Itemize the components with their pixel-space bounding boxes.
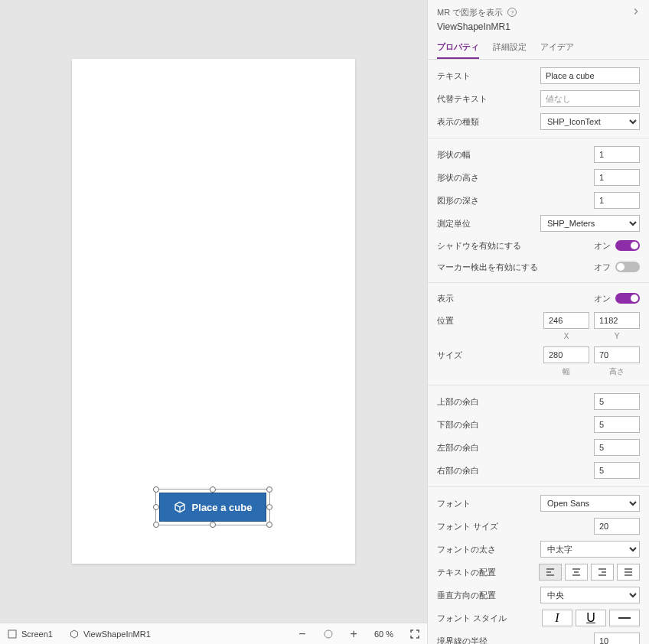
chevron-right-icon[interactable] <box>631 6 641 18</box>
label-valign: 垂直方向の配置 <box>437 590 540 601</box>
zoom-slider[interactable] <box>323 629 334 639</box>
panel-subtitle: MR で図形を表示 <box>437 7 503 18</box>
label-font: フォント <box>437 498 540 509</box>
cube-icon <box>174 501 186 513</box>
select-font-weight[interactable]: 中太字 <box>540 541 640 558</box>
properties-panel: MR で図形を表示 ? ViewShapeInMR1 プロパティ 詳細設定 アイ… <box>427 0 649 644</box>
label-font-style: フォント スタイル <box>437 613 542 624</box>
design-surface[interactable]: Place a cube <box>72 59 355 564</box>
input-pad-left[interactable] <box>594 439 640 456</box>
align-left-button[interactable] <box>539 564 562 581</box>
toggle-visible[interactable] <box>615 293 640 304</box>
label-font-weight: フォントの太さ <box>437 544 540 555</box>
zoom-value: 60 % <box>374 629 393 639</box>
label-shape-depth: 図形の深さ <box>437 195 594 207</box>
input-pad-top[interactable] <box>594 393 640 410</box>
underline-button[interactable]: U <box>576 610 606 626</box>
input-font-size[interactable] <box>594 518 640 535</box>
input-shape-height[interactable] <box>594 169 640 186</box>
tab-ideas[interactable]: アイデア <box>540 37 574 59</box>
label-shape-width: 形状の幅 <box>437 149 594 161</box>
zoom-out-icon[interactable]: − <box>298 627 305 641</box>
label-pad-top: 上部の余白 <box>437 396 594 408</box>
label-alt: 代替テキスト <box>437 93 540 105</box>
label-position: 位置 <box>437 315 543 327</box>
label-shape-height: 形状の高さ <box>437 172 594 184</box>
control-name: ViewShapeInMR1 <box>437 21 641 32</box>
label-pad-right: 右部の余白 <box>437 465 594 476</box>
status-bar: Screen1 ViewShapeInMR1 − + 60 % <box>0 623 427 644</box>
input-alt[interactable] <box>540 90 640 107</box>
toggle-shadow[interactable] <box>615 240 640 251</box>
tab-advanced[interactable]: 詳細設定 <box>493 37 527 59</box>
label-size: サイズ <box>437 350 543 361</box>
label-font-size: フォント サイズ <box>437 521 594 532</box>
input-pos-y[interactable] <box>594 312 640 329</box>
input-size-w[interactable] <box>543 346 589 363</box>
control-label: Place a cube <box>192 502 253 513</box>
select-valign[interactable]: 中央 <box>540 587 640 603</box>
breadcrumb-screen[interactable]: Screen1 <box>8 629 53 639</box>
label-text: テキスト <box>437 70 540 82</box>
label-unit: 測定単位 <box>437 218 540 229</box>
select-display-type[interactable]: SHP_IconText <box>540 113 640 130</box>
select-unit[interactable]: SHP_Meters <box>540 215 640 232</box>
zoom-in-icon[interactable]: + <box>351 627 357 641</box>
fit-icon[interactable] <box>410 629 419 639</box>
input-size-h[interactable] <box>594 346 640 363</box>
label-visible: 表示 <box>437 293 594 304</box>
input-text[interactable] <box>540 67 640 84</box>
input-shape-width[interactable] <box>594 146 640 163</box>
align-center-button[interactable] <box>565 564 588 581</box>
toggle-marker[interactable] <box>615 262 640 272</box>
breadcrumb-control[interactable]: ViewShapeInMR1 <box>70 629 151 639</box>
canvas-area: Place a cube Screen1 ViewShapeInMR1 − <box>0 0 427 644</box>
label-pad-bottom: 下部の余白 <box>437 419 594 431</box>
label-pad-left: 左部の余白 <box>437 442 594 454</box>
input-pad-right[interactable] <box>594 462 640 479</box>
input-pad-bottom[interactable] <box>594 416 640 433</box>
strike-button[interactable] <box>609 610 640 626</box>
control-view-shape-in-mr[interactable]: Place a cube <box>159 493 266 522</box>
tab-properties[interactable]: プロパティ <box>437 37 479 59</box>
input-shape-depth[interactable] <box>594 192 640 209</box>
label-marker: マーカー検出を有効にする <box>437 262 594 273</box>
label-shadow: シャドウを有効にする <box>437 240 594 252</box>
align-justify-button[interactable] <box>617 564 640 581</box>
input-pos-x[interactable] <box>543 312 589 329</box>
label-display-type: 表示の種類 <box>437 116 540 128</box>
svg-rect-0 <box>8 630 16 638</box>
italic-button[interactable]: I <box>542 610 572 626</box>
help-icon[interactable]: ? <box>507 8 517 17</box>
svg-point-1 <box>324 630 332 638</box>
align-right-button[interactable] <box>591 564 614 581</box>
label-radius: 境界線の半径 <box>437 636 594 645</box>
input-radius[interactable] <box>594 633 640 644</box>
label-text-align: テキストの配置 <box>437 567 539 578</box>
select-font[interactable]: Open Sans <box>540 495 640 512</box>
